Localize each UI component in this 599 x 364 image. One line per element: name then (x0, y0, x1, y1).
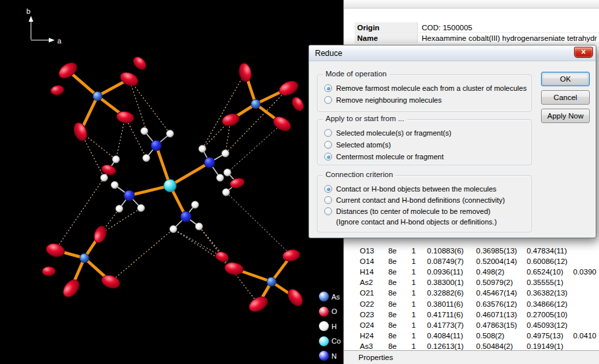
legend-label: As (331, 293, 340, 301)
radio-label: Centermost molecule or fragment (336, 153, 443, 161)
dialog-title: Reduce (315, 49, 342, 58)
radio-label: Distances (to center of molecule to be r… (336, 207, 490, 215)
group-mode-of-operation: Mode of operation Remove farmost molecul… (317, 74, 532, 112)
radio-icon[interactable] (324, 96, 332, 104)
group-title: Connection criterion (323, 170, 395, 178)
table-row-h14[interactable]: H148e10.0936(11)0.498(2)0.6524(10)0.0390 (344, 267, 599, 277)
legend-item-n: N (319, 349, 343, 363)
legend-label: N (331, 352, 337, 360)
radio-remove-neighbouring[interactable]: Remove neighbouring molecules (324, 95, 528, 105)
properties-pane-label: Properties (358, 353, 393, 361)
radio-centermost-molecule[interactable]: Centermost molecule or fragment (324, 151, 528, 162)
radio-selected-molecules[interactable]: Selected molecule(s) or fragment(s) (324, 128, 528, 138)
group-title: Apply to or start from ... (323, 115, 407, 122)
legend-label: H (331, 323, 337, 330)
reduce-dialog: Reduce × Mode of operation Remove farmos… (308, 45, 596, 238)
table-row-o21[interactable]: O218e10.32882(6)0.45467(14)0.36382(13) (344, 288, 599, 298)
legend-item-as: As (319, 290, 343, 303)
atom-parameter-table: O138e10.10883(6)0.36985(13)0.47834(11) O… (344, 246, 599, 351)
radio-contact-hbond-objects[interactable]: Contact or H-bond objects between the mo… (324, 184, 528, 194)
oxygen-swatch-icon (319, 307, 329, 317)
info-row-origin[interactable]: Origin COD: 1500005 (355, 22, 599, 33)
radio-distances[interactable]: Distances (to center of molecule to be r… (324, 206, 528, 217)
radio-label: Selected molecule(s) or fragment(s) (336, 129, 451, 137)
origin-label: Origin (355, 22, 418, 32)
table-row-as2[interactable]: As28e10.38300(1)0.50979(2)0.35555(1) (344, 277, 599, 288)
contact-lines (116, 117, 291, 257)
radio-selected-atoms[interactable]: Selected atom(s) (324, 140, 528, 150)
radio-label: Contact or H-bond objects between the mo… (336, 185, 496, 193)
table-row-o14[interactable]: O148e10.08749(7)0.52004(14)0.60086(12) (344, 256, 599, 267)
table-row-h24[interactable]: H248e10.4084(11)0.508(2)0.4975(13)0.0410 (344, 330, 599, 341)
structure-drawing: b a (0, 0, 343, 364)
table-row-o13[interactable]: O138e10.10883(6)0.36985(13)0.47834(11) (344, 246, 599, 256)
name-value: Hexaammine cobalt(III) hydrogenarseniate… (418, 34, 597, 42)
table-row-o22[interactable]: O228e10.38011(6)0.63576(12)0.34866(12) (344, 298, 599, 309)
nitrogen-swatch-icon (319, 351, 329, 361)
dialog-close-button[interactable]: × (574, 47, 593, 58)
radio-icon[interactable] (324, 84, 332, 92)
svg-text:a: a (57, 37, 62, 45)
radio-icon[interactable] (324, 196, 332, 204)
radio-label: Remove neighbouring molecules (336, 96, 442, 104)
legend-item-co: Co (319, 334, 343, 348)
svg-text:b: b (26, 7, 30, 15)
table-row-o24[interactable]: O248e10.41773(7)0.47863(15)0.45093(12) (344, 320, 599, 330)
structure-canvas[interactable]: b a (0, 0, 343, 364)
group-connection-criterion: Connection criterion Contact or H-bond o… (317, 175, 532, 232)
radio-icon[interactable] (324, 141, 332, 149)
info-row-name[interactable]: Name Hexaammine cobalt(III) hydrogenarse… (355, 33, 599, 43)
radio-current-definitions[interactable]: Current contact and H-bond definitions (… (324, 195, 528, 205)
legend-label: O (331, 307, 337, 315)
atom-legend: As O H Co N (318, 288, 343, 364)
radio-icon[interactable] (324, 185, 332, 193)
connection-note: (Ignore contact and H-bond objects or de… (336, 217, 528, 226)
radio-label: Remove farmost molecule each from a clus… (336, 84, 527, 92)
application-window: b a (0, 0, 599, 364)
orientation-axes: b a (26, 7, 62, 45)
origin-value: COD: 1500005 (418, 24, 472, 32)
radio-label: Selected atom(s) (336, 141, 391, 149)
hydrogen-swatch-icon (319, 321, 329, 331)
group-apply-to: Apply to or start from ... Selected mole… (317, 119, 532, 165)
legend-item-h: H (319, 319, 343, 333)
cancel-button[interactable]: Cancel (541, 90, 590, 105)
cobalt-swatch-icon (319, 336, 329, 346)
group-title: Mode of operation (323, 70, 389, 78)
dialog-titlebar[interactable]: Reduce (309, 45, 596, 61)
legend-label: Co (331, 337, 341, 345)
arsenic-swatch-icon (319, 292, 329, 301)
radio-icon[interactable] (324, 153, 332, 161)
apply-now-button[interactable]: Apply Now (541, 109, 590, 123)
legend-item-o: O (319, 305, 343, 319)
radio-label: Current contact and H-bond definitions (… (336, 196, 505, 204)
table-row-o23[interactable]: O238e10.41711(6)0.46071(13)0.27005(10) (344, 309, 599, 320)
cobalt-atom (164, 180, 177, 192)
hydrogen-atoms (101, 128, 231, 233)
panel-top-strip (344, 0, 599, 9)
properties-pane-header[interactable]: Properties (344, 350, 599, 364)
radio-icon[interactable] (324, 207, 332, 215)
radio-icon[interactable] (324, 129, 332, 137)
ok-button[interactable]: OK (541, 72, 590, 86)
radio-remove-farmost[interactable]: Remove farmost molecule each from a clus… (324, 83, 528, 93)
name-label: Name (355, 33, 418, 43)
arsenic-atoms (80, 91, 276, 286)
